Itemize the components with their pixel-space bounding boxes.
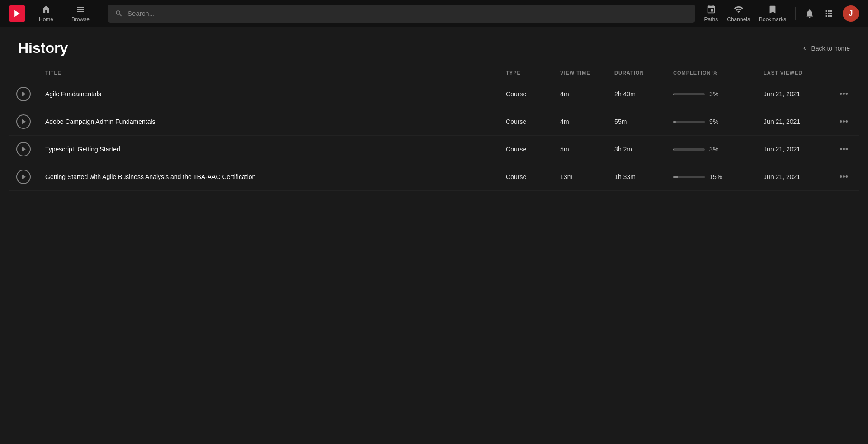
completion-cell: 9%	[666, 108, 756, 136]
actions-cell: •••	[829, 80, 859, 108]
last-viewed-value: Jun 21, 2021	[764, 173, 800, 180]
play-button[interactable]	[16, 87, 31, 101]
svg-marker-4	[22, 175, 26, 179]
col-play-header	[9, 66, 38, 80]
course-type: Course	[506, 90, 526, 98]
completion-cell: 15%	[666, 163, 756, 191]
progress-bar-fill	[673, 121, 676, 123]
col-type-header: TYPE	[499, 66, 553, 80]
play-button[interactable]	[16, 142, 31, 156]
svg-marker-0	[14, 10, 20, 17]
search-bar	[108, 5, 695, 23]
play-button[interactable]	[16, 114, 31, 129]
course-type: Course	[506, 118, 526, 125]
title-cell: Agile Fundamentals	[38, 80, 499, 108]
back-to-home-link[interactable]: Back to home	[801, 45, 850, 52]
progress-bar-background	[673, 121, 705, 123]
ellipsis-icon: •••	[840, 172, 848, 182]
course-type: Course	[506, 146, 526, 153]
view-time-value: 13m	[560, 173, 572, 180]
completion-cell: 3%	[666, 136, 756, 163]
play-cell	[9, 80, 38, 108]
col-lastviewed-header: LAST VIEWED	[756, 66, 829, 80]
table-body: Agile Fundamentals Course 4m 2h 40m 3%	[9, 80, 859, 191]
col-title-header: TITLE	[38, 66, 499, 80]
type-cell: Course	[499, 80, 553, 108]
table-row[interactable]: Getting Started with Agile Business Anal…	[9, 163, 859, 191]
col-actions-header	[829, 66, 859, 80]
more-options-button[interactable]: •••	[836, 88, 852, 101]
table-row[interactable]: Agile Fundamentals Course 4m 2h 40m 3%	[9, 80, 859, 108]
viewtime-cell: 13m	[553, 163, 607, 191]
last-viewed-cell: Jun 21, 2021	[756, 136, 829, 163]
last-viewed-value: Jun 21, 2021	[764, 90, 800, 98]
svg-marker-3	[22, 147, 26, 152]
view-time-value: 4m	[560, 118, 569, 125]
page-title: History	[18, 40, 68, 57]
viewtime-cell: 4m	[553, 108, 607, 136]
top-navigation: Home Browse Paths Channels	[0, 0, 868, 27]
nav-channels[interactable]: Channels	[727, 5, 750, 23]
nav-notifications[interactable]	[805, 9, 815, 19]
more-options-button[interactable]: •••	[836, 143, 852, 156]
ellipsis-icon: •••	[840, 117, 848, 127]
play-cell	[9, 136, 38, 163]
play-button[interactable]	[16, 170, 31, 184]
page-header: History Back to home	[0, 27, 868, 66]
progress-bar-fill	[673, 148, 674, 151]
completion-bar-group: 15%	[673, 173, 749, 180]
title-cell: Getting Started with Agile Business Anal…	[38, 163, 499, 191]
course-title: Adobe Campaign Admin Fundamentals	[45, 118, 156, 125]
course-title: Getting Started with Agile Business Anal…	[45, 173, 255, 180]
viewtime-cell: 4m	[553, 80, 607, 108]
col-duration-header: DURATION	[607, 66, 666, 80]
completion-bar-group: 3%	[673, 146, 749, 153]
search-input[interactable]	[127, 9, 688, 17]
more-options-button[interactable]: •••	[836, 170, 852, 184]
actions-cell: •••	[829, 163, 859, 191]
nav-browse[interactable]: Browse	[62, 5, 99, 23]
duration-value: 1h 33m	[614, 173, 636, 180]
table-row[interactable]: Typescript: Getting Started Course 5m 3h…	[9, 136, 859, 163]
completion-percent: 9%	[709, 118, 723, 125]
type-cell: Course	[499, 108, 553, 136]
play-cell	[9, 163, 38, 191]
svg-marker-2	[22, 119, 26, 124]
completion-percent: 3%	[709, 146, 723, 153]
progress-bar-background	[673, 148, 705, 151]
course-type: Course	[506, 173, 526, 180]
last-viewed-cell: Jun 21, 2021	[756, 163, 829, 191]
progress-bar-background	[673, 93, 705, 95]
app-logo[interactable]	[9, 5, 25, 22]
nav-right-group: Paths Channels Bookmarks	[704, 5, 859, 23]
last-viewed-cell: Jun 21, 2021	[756, 108, 829, 136]
course-title: Agile Fundamentals	[45, 90, 101, 98]
table-header: TITLE TYPE VIEW TIME DURATION COMPLETION…	[9, 66, 859, 80]
duration-value: 2h 40m	[614, 90, 636, 98]
duration-cell: 2h 40m	[607, 80, 666, 108]
title-cell: Typescript: Getting Started	[38, 136, 499, 163]
history-table-wrapper: TITLE TYPE VIEW TIME DURATION COMPLETION…	[0, 66, 868, 191]
avatar[interactable]: J	[843, 5, 859, 22]
viewtime-cell: 5m	[553, 136, 607, 163]
last-viewed-value: Jun 21, 2021	[764, 118, 800, 125]
play-cell	[9, 108, 38, 136]
completion-percent: 15%	[709, 173, 723, 180]
view-time-value: 4m	[560, 90, 569, 98]
svg-marker-1	[22, 92, 26, 97]
last-viewed-value: Jun 21, 2021	[764, 146, 800, 153]
table-row[interactable]: Adobe Campaign Admin Fundamentals Course…	[9, 108, 859, 136]
col-viewtime-header: VIEW TIME	[553, 66, 607, 80]
completion-cell: 3%	[666, 80, 756, 108]
duration-value: 3h 2m	[614, 146, 632, 153]
nav-apps-grid[interactable]	[824, 9, 834, 19]
type-cell: Course	[499, 136, 553, 163]
view-time-value: 5m	[560, 146, 569, 153]
more-options-button[interactable]: •••	[836, 115, 852, 128]
nav-home[interactable]: Home	[30, 5, 62, 23]
progress-bar-fill	[673, 176, 678, 178]
completion-percent: 3%	[709, 90, 723, 98]
nav-paths[interactable]: Paths	[704, 5, 718, 23]
title-cell: Adobe Campaign Admin Fundamentals	[38, 108, 499, 136]
nav-bookmarks[interactable]: Bookmarks	[759, 5, 786, 23]
